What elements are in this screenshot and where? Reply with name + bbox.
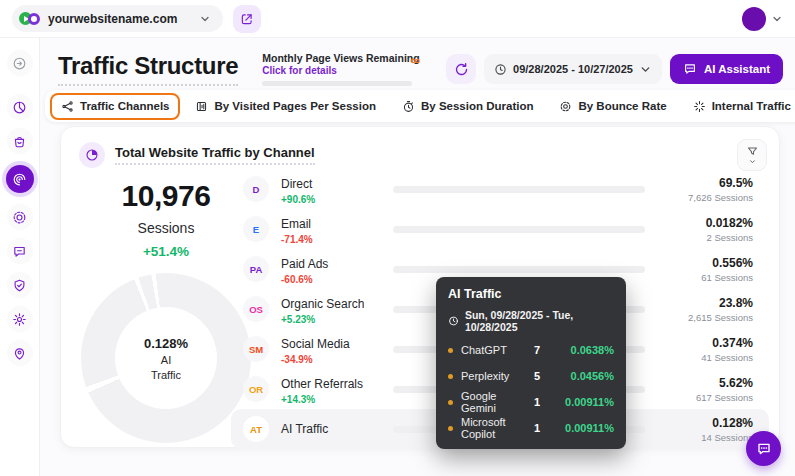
channel-name: Other Referrals	[281, 377, 363, 391]
channel-share: 23.8%	[645, 296, 753, 310]
channel-share: 0.0182%	[645, 216, 753, 230]
channel-row-direct[interactable]: D Direct+90.6% 69.5%7,626 Sessions	[231, 169, 769, 209]
tooltip-source-pct: 0.00911%	[556, 396, 614, 408]
tab-bounce-rate[interactable]: By Bounce Rate	[548, 93, 677, 120]
channel-donut-chart[interactable]: 0.128% AI Traffic	[81, 273, 251, 443]
channel-share: 5.62%	[645, 376, 753, 390]
channel-avatar: AT	[243, 416, 269, 442]
channel-share: 69.5%	[645, 176, 753, 190]
internal-traffic-icon	[693, 100, 706, 113]
tooltip-row-google-gemini: Google Gemini 1 0.00911%	[448, 389, 614, 415]
traffic-by-channel-card: Total Website Traffic by Channel 10,976 …	[60, 126, 780, 448]
tab-traffic-channels[interactable]: Traffic Channels	[50, 93, 180, 120]
tooltip-row-perplexity: Perplexity 5 0.0456%	[448, 363, 614, 389]
bullet-icon	[448, 374, 453, 379]
sidebar-collapse-button[interactable]	[7, 50, 33, 76]
bullet-icon	[448, 400, 453, 405]
channel-avatar: SM	[243, 336, 269, 362]
channel-avatar: E	[243, 216, 269, 242]
tooltip-source-pct: 0.00911%	[556, 422, 614, 434]
sidebar-item-settings[interactable]	[7, 306, 33, 332]
tooltip-date-range: Sun, 09/28/2025 - Tue, 10/28/2025	[448, 309, 614, 333]
channel-change: -34.9%	[281, 354, 393, 365]
chevron-down-icon	[199, 13, 211, 25]
open-website-button[interactable]	[233, 5, 261, 33]
tooltip-date-text: Sun, 09/28/2025 - Tue, 10/28/2025	[465, 309, 614, 333]
channel-name: Email	[281, 217, 311, 231]
channel-bar-track	[393, 266, 645, 273]
chat-bubble-icon	[12, 244, 27, 259]
channel-name: AI Traffic	[281, 422, 328, 436]
channel-sessions: 617 Sessions	[645, 392, 753, 403]
visited-pages-icon	[195, 100, 208, 113]
channel-share: 0.556%	[645, 256, 753, 270]
support-chat-button[interactable]	[746, 431, 781, 466]
channel-sessions: 2,615 Sessions	[645, 312, 753, 323]
sidebar-item-traffic-structure[interactable]	[6, 165, 34, 193]
sidebar-item-feedback[interactable]	[7, 238, 33, 264]
panel-pie-icon	[79, 142, 105, 168]
channel-sessions: 61 Sessions	[645, 272, 753, 283]
clock-icon	[448, 315, 459, 327]
tooltip-row-microsoft-copilot: Microsoft Copilot 1 0.00911%	[448, 415, 614, 441]
channel-row-email[interactable]: E Email-71.4% 0.0182%2 Sessions	[231, 209, 769, 249]
session-duration-icon	[402, 100, 415, 113]
sidebar-item-overview[interactable]	[7, 94, 33, 120]
tab-label: By Visited Pages Per Session	[214, 100, 376, 112]
tooltip-source-count: 1	[534, 396, 556, 408]
domain-selector[interactable]: yourwebsitename.com	[12, 5, 223, 32]
channel-bar-track	[393, 226, 645, 233]
tab-label: Internal Traffic	[712, 100, 791, 112]
sidebar-item-orders[interactable]	[7, 128, 33, 154]
topbar: yourwebsitename.com	[0, 0, 795, 38]
user-avatar[interactable]	[742, 7, 766, 31]
bounce-rate-icon	[559, 100, 572, 113]
refresh-button[interactable]	[446, 54, 476, 84]
quota-value: ∞	[410, 52, 420, 68]
donut-center-pct: 0.128%	[144, 336, 188, 351]
tab-session-duration[interactable]: By Session Duration	[391, 93, 544, 120]
ai-assistant-label: AI Assistant	[704, 63, 770, 75]
channel-change: -60.6%	[281, 274, 393, 285]
channel-name: Social Media	[281, 337, 350, 351]
sidebar-item-locations[interactable]	[7, 340, 33, 366]
quota-details-link[interactable]: Click for details	[262, 65, 420, 76]
refresh-icon	[454, 62, 469, 77]
quota-progress-bar	[262, 81, 412, 86]
page-title: Traffic Structure	[58, 52, 238, 86]
gear-icon	[12, 312, 27, 327]
bullet-icon	[448, 348, 453, 353]
date-range-value: 09/28/2025 - 10/27/2025	[513, 63, 633, 75]
sidebar-item-targets[interactable]	[7, 204, 33, 230]
domain-name: yourwebsitename.com	[48, 12, 177, 26]
tooltip-source-count: 5	[534, 370, 556, 382]
channel-change: +14.3%	[281, 394, 393, 405]
sidebar-item-security[interactable]	[7, 272, 33, 298]
ai-assistant-button[interactable]: AI Assistant	[670, 54, 783, 84]
external-link-icon	[240, 12, 254, 26]
traffic-channels-icon	[61, 100, 74, 113]
sidebar-nav	[0, 38, 40, 476]
main-content: Traffic Structure Monthly Page Views Rem…	[40, 38, 795, 476]
clock-icon	[494, 63, 507, 76]
channel-name: Organic Search	[281, 297, 364, 311]
channel-avatar: PA	[243, 256, 269, 282]
channel-share: 0.374%	[645, 336, 753, 350]
channel-bar-track	[393, 186, 645, 193]
tab-internal-traffic[interactable]: Internal Traffic	[682, 93, 795, 120]
filter-button[interactable]	[737, 139, 767, 171]
channel-avatar: D	[243, 176, 269, 202]
panel-title: Total Website Traffic by Channel	[115, 145, 315, 165]
quota-label: Monthly Page Views Remaining	[262, 52, 420, 64]
channel-avatar: OR	[243, 376, 269, 402]
pageviews-quota: Monthly Page Views Remaining Click for d…	[262, 52, 420, 86]
tab-label: By Bounce Rate	[578, 100, 666, 112]
tooltip-source-pct: 0.0638%	[556, 344, 614, 356]
tab-visited-pages-per-session[interactable]: By Visited Pages Per Session	[184, 93, 387, 120]
tooltip-source-count: 7	[534, 344, 556, 356]
date-range-picker[interactable]: 09/28/2025 - 10/27/2025	[484, 54, 662, 84]
tab-label: Traffic Channels	[80, 100, 169, 112]
account-chevron-down-icon[interactable]	[771, 13, 783, 25]
tooltip-source-name: ChatGPT	[461, 344, 534, 356]
channel-change: +90.6%	[281, 194, 393, 205]
